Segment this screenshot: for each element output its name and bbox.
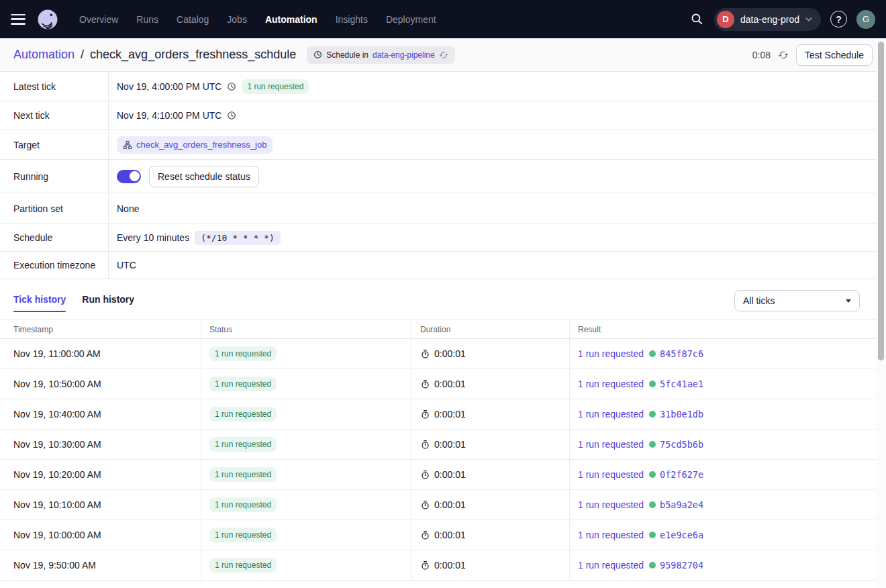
run-id-link[interactable]: e1e9ce6a	[660, 530, 703, 540]
stopwatch-icon	[420, 560, 430, 571]
nav-item-automation[interactable]: Automation	[265, 14, 317, 25]
run-status-dot	[649, 471, 656, 478]
detail-row-target: Target check_avg_orders_freshness_job	[0, 130, 886, 160]
result-link[interactable]: 1 run requested	[578, 469, 644, 480]
result-link[interactable]: 1 run requested	[578, 560, 644, 571]
schedule-in-label: Schedule in	[326, 50, 368, 60]
cron-expression: (*/10 * * * *)	[195, 231, 281, 245]
target-job-pill: check_avg_orders_freshness_job	[117, 136, 273, 154]
result-link[interactable]: 1 run requested	[578, 379, 644, 389]
table-row: Nov 19, 10:20:00 AM 1 run requested 0:00…	[0, 460, 876, 490]
user-avatar[interactable]: G	[856, 10, 875, 29]
stopwatch-icon	[420, 440, 430, 450]
next-tick-value: Nov 19, 4:10:00 PM UTC	[117, 110, 222, 121]
search-icon[interactable]	[689, 11, 705, 28]
latest-tick-value: Nov 19, 4:00:00 PM UTC	[117, 81, 222, 92]
run-id-link[interactable]: 95982704	[660, 560, 703, 571]
table-row: Nov 19, 9:50:00 AM 1 run requested 0:00:…	[0, 550, 876, 581]
nav-item-jobs[interactable]: Jobs	[227, 14, 247, 25]
status-badge: 1 run requested	[209, 528, 277, 542]
table-header: Timestamp Status Duration Result	[0, 320, 876, 339]
running-toggle[interactable]	[117, 170, 141, 183]
run-id-link[interactable]: 845f87c6	[660, 348, 703, 359]
page-title: check_avg_orders_freshness_schdule	[90, 48, 296, 62]
nav-item-deployment[interactable]: Deployment	[386, 14, 436, 25]
stopwatch-icon	[420, 349, 430, 359]
scrollbar-thumb[interactable]	[878, 42, 884, 360]
reset-schedule-status-button[interactable]: Reset schedule status	[149, 166, 259, 187]
stopwatch-icon	[420, 379, 430, 389]
job-graph-icon	[123, 140, 132, 150]
result-link[interactable]: 1 run requested	[578, 348, 644, 359]
workspace-name: data-eng-prod	[740, 14, 799, 25]
breadcrumb-separator: /	[81, 48, 84, 62]
col-header-timestamp: Timestamp	[0, 320, 201, 338]
menu-icon[interactable]	[11, 14, 26, 25]
help-icon[interactable]: ?	[830, 11, 847, 28]
run-status-dot	[649, 411, 656, 418]
clock-icon	[227, 82, 236, 91]
repo-link[interactable]: data-eng-pipeline	[373, 50, 435, 60]
tick-filter-select[interactable]: All ticks	[734, 290, 860, 311]
nav-item-insights[interactable]: Insights	[336, 14, 368, 25]
tab-tick-history[interactable]: Tick history	[13, 294, 66, 312]
table-row: Nov 19, 10:00:00 AM 1 run requested 0:00…	[0, 520, 876, 550]
run-id-link[interactable]: 5fc41ae1	[660, 379, 703, 389]
nav-item-runs[interactable]: Runs	[136, 14, 158, 25]
detail-label: Execution timezone	[0, 252, 109, 279]
result-link[interactable]: 1 run requested	[578, 530, 644, 540]
workspace-switcher[interactable]: D data-eng-prod	[714, 8, 821, 31]
table-row: Nov 19, 10:10:00 AM 1 run requested 0:00…	[0, 490, 876, 520]
refresh-icon[interactable]	[778, 50, 789, 60]
col-header-result: Result	[570, 320, 876, 338]
detail-label: Schedule	[0, 224, 109, 251]
latest-tick-status-badge: 1 run requested	[242, 79, 309, 94]
run-id-link[interactable]: 75cd5b6b	[660, 439, 703, 450]
run-id-link[interactable]: b5a9a2e4	[660, 499, 703, 510]
run-status-dot	[649, 441, 656, 448]
run-id-link[interactable]: 0f2f627e	[660, 469, 703, 480]
scrollbar-track[interactable]	[876, 38, 886, 588]
detail-row-partition-set: Partition set None	[0, 193, 886, 224]
detail-row-latest-tick: Latest tick Nov 19, 4:00:00 PM UTC 1 run…	[0, 72, 886, 101]
clock-icon	[227, 111, 236, 120]
table-row: Nov 19, 10:50:00 AM 1 run requested 0:00…	[0, 369, 876, 399]
table-row: Nov 19, 10:30:00 AM 1 run requested 0:00…	[0, 430, 876, 460]
result-link[interactable]: 1 run requested	[578, 499, 644, 510]
schedule-interval-value: Every 10 minutes	[117, 232, 189, 243]
run-id-link[interactable]: 31b0e1db	[660, 409, 703, 420]
detail-label: Target	[0, 130, 109, 159]
result-link[interactable]: 1 run requested	[578, 409, 644, 420]
detail-row-execution-timezone: Execution timezone UTC	[0, 252, 886, 279]
clock-icon	[313, 50, 322, 59]
tab-run-history[interactable]: Run history	[82, 294, 134, 312]
tick-timestamp: Nov 19, 10:10:00 AM	[0, 490, 201, 520]
table-row: Nov 19, 10:40:00 AM 1 run requested 0:00…	[0, 399, 876, 430]
nav-item-catalog[interactable]: Catalog	[177, 14, 209, 25]
detail-row-running: Running Reset schedule status	[0, 160, 886, 193]
schedule-location-badge: Schedule in data-eng-pipeline	[307, 46, 454, 64]
run-status-dot	[649, 562, 656, 569]
target-job-link[interactable]: check_avg_orders_freshness_job	[136, 140, 266, 150]
nav-item-overview[interactable]: Overview	[79, 14, 118, 25]
status-badge: 1 run requested	[209, 497, 277, 512]
detail-label: Running	[0, 160, 109, 193]
status-badge: 1 run requested	[209, 346, 277, 361]
stopwatch-icon	[420, 470, 430, 480]
workspace-avatar: D	[717, 11, 734, 28]
result-link[interactable]: 1 run requested	[578, 439, 644, 450]
run-status-dot	[649, 532, 656, 538]
tick-timestamp: Nov 19, 11:00:00 AM	[0, 339, 201, 369]
table-row: Nov 19, 11:00:00 AM 1 run requested 0:00…	[0, 339, 876, 369]
status-badge: 1 run requested	[209, 407, 277, 422]
stopwatch-icon	[420, 500, 430, 510]
run-status-dot	[649, 381, 656, 387]
status-badge: 1 run requested	[209, 467, 277, 482]
test-schedule-button[interactable]: Test Schedule	[796, 44, 873, 66]
breadcrumb-automation-link[interactable]: Automation	[13, 48, 75, 62]
tick-timestamp: Nov 19, 10:50:00 AM	[0, 369, 201, 399]
nav-right: D data-eng-prod ? G	[689, 8, 875, 31]
tick-timestamp: Nov 19, 9:50:00 AM	[0, 550, 201, 580]
top-navbar: Overview Runs Catalog Jobs Automation In…	[0, 0, 886, 38]
reload-repo-icon[interactable]	[439, 50, 448, 60]
